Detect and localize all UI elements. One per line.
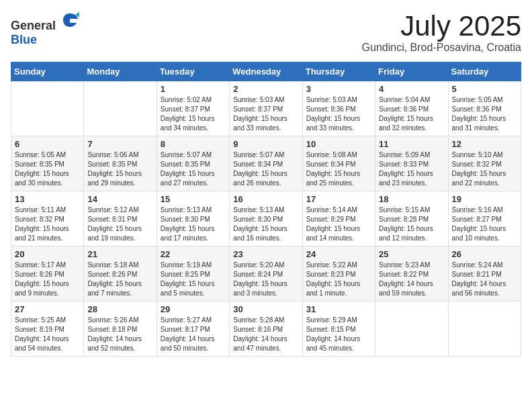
day-number: 22 (161, 249, 226, 259)
calendar-cell: 2Sunrise: 5:03 AMSunset: 8:37 PMDaylight… (230, 81, 302, 136)
calendar-cell: 17Sunrise: 5:14 AMSunset: 8:29 PMDayligh… (302, 191, 375, 246)
day-number: 20 (15, 249, 80, 259)
calendar-header-saturday: Saturday (448, 62, 521, 81)
day-number: 30 (233, 304, 298, 314)
calendar-cell (375, 302, 448, 357)
calendar-header-wednesday: Wednesday (230, 62, 302, 81)
page-header: General Blue July 2025 Gundinci, Brod-Po… (11, 11, 521, 54)
day-info: Sunrise: 5:22 AMSunset: 8:23 PMDaylight:… (306, 261, 371, 298)
calendar-header-friday: Friday (375, 62, 448, 81)
calendar-cell: 31Sunrise: 5:29 AMSunset: 8:15 PMDayligh… (302, 302, 375, 357)
calendar-cell: 12Sunrise: 5:10 AMSunset: 8:32 PMDayligh… (448, 136, 521, 191)
logo-general: General (11, 19, 56, 32)
day-number: 23 (233, 249, 298, 259)
calendar-cell: 1Sunrise: 5:02 AMSunset: 8:37 PMDaylight… (157, 81, 229, 136)
calendar-header-row: SundayMondayTuesdayWednesdayThursdayFrid… (11, 62, 521, 81)
calendar-table: SundayMondayTuesdayWednesdayThursdayFrid… (11, 62, 521, 357)
calendar-cell: 21Sunrise: 5:18 AMSunset: 8:26 PMDayligh… (84, 246, 157, 302)
day-number: 27 (15, 304, 80, 314)
calendar-cell: 8Sunrise: 5:07 AMSunset: 8:35 PMDaylight… (157, 136, 229, 191)
day-info: Sunrise: 5:05 AMSunset: 8:35 PMDaylight:… (15, 150, 80, 188)
day-number: 26 (452, 249, 517, 259)
title-block: July 2025 Gundinci, Brod-Posavina, Croat… (362, 11, 521, 54)
calendar-cell: 13Sunrise: 5:11 AMSunset: 8:32 PMDayligh… (11, 191, 84, 246)
day-number: 15 (161, 194, 226, 204)
day-info: Sunrise: 5:07 AMSunset: 8:34 PMDaylight:… (233, 150, 298, 188)
day-number: 31 (306, 304, 371, 314)
calendar-cell: 19Sunrise: 5:16 AMSunset: 8:27 PMDayligh… (448, 191, 521, 246)
day-number: 14 (87, 194, 152, 204)
day-number: 8 (161, 139, 226, 149)
calendar-cell: 7Sunrise: 5:06 AMSunset: 8:35 PMDaylight… (84, 136, 157, 191)
day-number: 19 (452, 194, 517, 204)
calendar-cell: 28Sunrise: 5:26 AMSunset: 8:18 PMDayligh… (84, 302, 157, 357)
day-info: Sunrise: 5:19 AMSunset: 8:25 PMDaylight:… (161, 261, 226, 298)
day-info: Sunrise: 5:17 AMSunset: 8:26 PMDaylight:… (15, 261, 80, 298)
day-info: Sunrise: 5:16 AMSunset: 8:27 PMDaylight:… (452, 205, 517, 243)
calendar-header-monday: Monday (84, 62, 157, 81)
day-number: 29 (161, 304, 226, 314)
day-info: Sunrise: 5:13 AMSunset: 8:30 PMDaylight:… (233, 205, 298, 243)
calendar-cell (448, 302, 521, 357)
calendar-cell: 30Sunrise: 5:28 AMSunset: 8:16 PMDayligh… (230, 302, 302, 357)
day-info: Sunrise: 5:29 AMSunset: 8:15 PMDaylight:… (306, 316, 371, 353)
calendar-cell: 20Sunrise: 5:17 AMSunset: 8:26 PMDayligh… (11, 246, 84, 302)
calendar-week-row: 13Sunrise: 5:11 AMSunset: 8:32 PMDayligh… (11, 191, 521, 246)
logo: General Blue (11, 11, 79, 47)
day-number: 1 (161, 84, 226, 94)
calendar-cell: 27Sunrise: 5:25 AMSunset: 8:19 PMDayligh… (11, 302, 84, 357)
calendar-cell (84, 81, 157, 136)
day-info: Sunrise: 5:20 AMSunset: 8:24 PMDaylight:… (233, 261, 298, 298)
day-number: 28 (87, 304, 152, 314)
day-number: 7 (87, 139, 152, 149)
month-title: July 2025 (362, 11, 521, 42)
day-number: 12 (452, 139, 517, 149)
day-info: Sunrise: 5:10 AMSunset: 8:32 PMDaylight:… (452, 150, 517, 188)
calendar-cell: 11Sunrise: 5:09 AMSunset: 8:33 PMDayligh… (375, 136, 448, 191)
calendar-cell: 22Sunrise: 5:19 AMSunset: 8:25 PMDayligh… (157, 246, 229, 302)
day-number: 3 (306, 84, 371, 94)
day-info: Sunrise: 5:03 AMSunset: 8:37 PMDaylight:… (233, 95, 298, 133)
day-info: Sunrise: 5:14 AMSunset: 8:29 PMDaylight:… (306, 205, 371, 243)
calendar-cell: 6Sunrise: 5:05 AMSunset: 8:35 PMDaylight… (11, 136, 84, 191)
calendar-cell: 5Sunrise: 5:05 AMSunset: 8:36 PMDaylight… (448, 81, 521, 136)
location-title: Gundinci, Brod-Posavina, Croatia (362, 42, 521, 54)
day-info: Sunrise: 5:25 AMSunset: 8:19 PMDaylight:… (15, 316, 80, 353)
day-info: Sunrise: 5:13 AMSunset: 8:30 PMDaylight:… (161, 205, 226, 243)
calendar-header-tuesday: Tuesday (157, 62, 229, 81)
day-info: Sunrise: 5:09 AMSunset: 8:33 PMDaylight:… (379, 150, 444, 188)
day-number: 16 (233, 194, 298, 204)
day-info: Sunrise: 5:24 AMSunset: 8:21 PMDaylight:… (452, 261, 517, 298)
day-number: 25 (379, 249, 444, 259)
calendar-cell: 18Sunrise: 5:15 AMSunset: 8:28 PMDayligh… (375, 191, 448, 246)
logo-blue: Blue (11, 33, 37, 46)
calendar-cell (11, 81, 84, 136)
day-info: Sunrise: 5:05 AMSunset: 8:36 PMDaylight:… (452, 95, 517, 133)
day-info: Sunrise: 5:28 AMSunset: 8:16 PMDaylight:… (233, 316, 298, 353)
calendar-cell: 16Sunrise: 5:13 AMSunset: 8:30 PMDayligh… (230, 191, 302, 246)
day-info: Sunrise: 5:03 AMSunset: 8:36 PMDaylight:… (306, 95, 371, 133)
day-number: 17 (306, 194, 371, 204)
day-number: 5 (452, 84, 517, 94)
day-number: 24 (306, 249, 371, 259)
day-number: 21 (87, 249, 152, 259)
calendar-cell: 29Sunrise: 5:27 AMSunset: 8:17 PMDayligh… (157, 302, 229, 357)
day-info: Sunrise: 5:12 AMSunset: 8:31 PMDaylight:… (87, 205, 152, 243)
day-number: 18 (379, 194, 444, 204)
day-number: 9 (233, 139, 298, 149)
day-number: 6 (15, 139, 80, 149)
calendar-header-sunday: Sunday (11, 62, 84, 81)
calendar-cell: 9Sunrise: 5:07 AMSunset: 8:34 PMDaylight… (230, 136, 302, 191)
calendar-cell: 10Sunrise: 5:08 AMSunset: 8:34 PMDayligh… (302, 136, 375, 191)
logo-icon (60, 11, 79, 30)
calendar-cell: 4Sunrise: 5:04 AMSunset: 8:36 PMDaylight… (375, 81, 448, 136)
calendar-cell: 26Sunrise: 5:24 AMSunset: 8:21 PMDayligh… (448, 246, 521, 302)
day-number: 10 (306, 139, 371, 149)
day-info: Sunrise: 5:15 AMSunset: 8:28 PMDaylight:… (379, 205, 444, 243)
day-info: Sunrise: 5:18 AMSunset: 8:26 PMDaylight:… (87, 261, 152, 298)
calendar-cell: 25Sunrise: 5:23 AMSunset: 8:22 PMDayligh… (375, 246, 448, 302)
day-info: Sunrise: 5:04 AMSunset: 8:36 PMDaylight:… (379, 95, 444, 133)
day-info: Sunrise: 5:06 AMSunset: 8:35 PMDaylight:… (87, 150, 152, 188)
day-number: 13 (15, 194, 80, 204)
calendar-week-row: 20Sunrise: 5:17 AMSunset: 8:26 PMDayligh… (11, 246, 521, 302)
